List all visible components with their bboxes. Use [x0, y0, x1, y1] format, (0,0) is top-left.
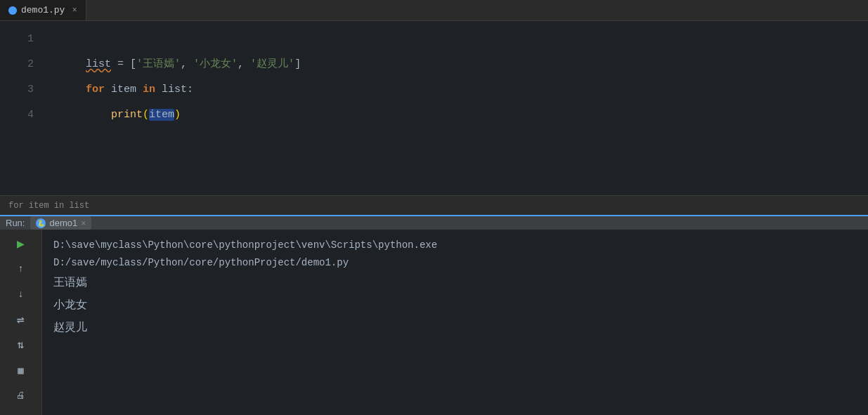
code-line-1: list = ['王语嫣', '小龙女', '赵灵儿'] — [48, 27, 868, 52]
tab-filename: demo1.py — [21, 5, 65, 15]
console-area: ▶ ↑ ↓ ⇌ ⇅ ▦ 🖨 📌 🗑 D:\save\myclass\Python… — [0, 230, 868, 415]
run-label: Run: — [6, 218, 25, 228]
print-button[interactable]: 🖨 — [11, 386, 31, 405]
console-output: D:\save\myclass\Python\core\pythonprojec… — [42, 230, 868, 415]
play-button[interactable]: ▶ — [11, 234, 31, 253]
wrap-button[interactable]: ⇌ — [11, 310, 31, 329]
pin-button[interactable]: 📌 — [11, 411, 31, 415]
breadcrumb-text: for item in list — [8, 201, 89, 211]
grid-button[interactable]: ▦ — [11, 360, 31, 380]
line-numbers: 1 2 3 4 — [0, 21, 42, 195]
run-tab-close[interactable]: × — [81, 218, 86, 228]
python-run-icon: 🐍 — [36, 218, 46, 228]
console-output-line3: 赵灵儿 — [53, 317, 857, 339]
scroll-up-button[interactable]: ↑ — [11, 259, 31, 279]
console-output-line2: 小龙女 — [53, 294, 857, 317]
tab-bar: demo1.py × — [0, 0, 868, 21]
run-tab[interactable]: 🐍 demo1 × — [30, 216, 91, 230]
code-line-2: for item in list: — [48, 52, 868, 77]
run-tab-name: demo1 — [49, 218, 77, 228]
code-line-4 — [48, 103, 868, 128]
sort-button[interactable]: ⇅ — [11, 335, 31, 355]
line-number-1: 1 — [0, 27, 34, 52]
python-file-icon — [8, 6, 17, 15]
scroll-down-button[interactable]: ↓ — [11, 284, 31, 304]
bottom-container: Run: 🐍 demo1 × ▶ ↑ ↓ ⇌ ⇅ ▦ 🖨 📌 🗑 D:\save… — [0, 215, 868, 414]
breadcrumb-bar: for item in list — [0, 195, 868, 215]
tab-close-button[interactable]: × — [72, 6, 77, 15]
line-number-2: 2 — [0, 52, 34, 77]
console-toolbar: ▶ ↑ ↓ ⇌ ⇅ ▦ 🖨 📌 🗑 — [0, 230, 42, 415]
editor-area: 1 2 3 4 list = ['王语嫣', '小龙女', '赵灵儿'] for… — [0, 21, 868, 195]
console-path-line2: D:/save/myclass/Python/core/pythonProjec… — [53, 254, 857, 272]
editor-tab[interactable]: demo1.py × — [0, 0, 86, 20]
code-content[interactable]: list = ['王语嫣', '小龙女', '赵灵儿'] for item in… — [42, 21, 868, 195]
run-bar: Run: 🐍 demo1 × — [0, 215, 868, 230]
console-output-line1: 王语嫣 — [53, 272, 857, 294]
console-path-line1: D:\save\myclass\Python\core\pythonprojec… — [53, 237, 857, 254]
line-number-3: 3 — [0, 77, 34, 103]
code-line-3: print(item) — [48, 77, 868, 103]
line-number-4: 4 — [0, 103, 34, 128]
